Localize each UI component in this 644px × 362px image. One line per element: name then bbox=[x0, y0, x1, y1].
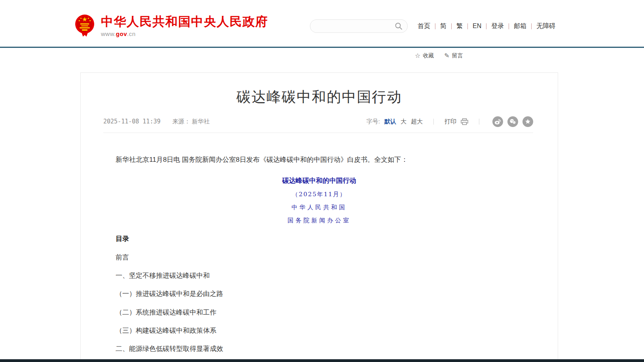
star-share-icon[interactable] bbox=[522, 116, 533, 127]
font-size-xlarge-button[interactable]: 超大 bbox=[411, 118, 423, 125]
nav-home[interactable]: 首页 bbox=[413, 22, 435, 30]
font-size-default-button[interactable]: 默认 bbox=[384, 118, 396, 125]
nav-divider bbox=[467, 23, 468, 29]
printer-icon[interactable] bbox=[461, 118, 468, 125]
meta-left: 2025-11-08 11:39 来源： 新华社 bbox=[103, 118, 210, 125]
article-meta-row: 2025-11-08 11:39 来源： 新华社 字号: 默认 大 超大 打印 bbox=[103, 116, 533, 127]
meta-separator bbox=[103, 133, 533, 133]
nav-accessibility[interactable]: 无障碍 bbox=[532, 22, 560, 30]
site-logo[interactable]: 中华人民共和国中央人民政府 www.gov.cn bbox=[74, 14, 268, 38]
toc-heading: 目录 bbox=[116, 234, 523, 243]
toc-item: （二）系统推进碳达峰碳中和工作 bbox=[116, 309, 523, 317]
comment-label: 留言 bbox=[452, 52, 463, 59]
star-outline-icon: ☆ bbox=[415, 52, 420, 59]
toc-item: （三）构建碳达峰碳中和政策体系 bbox=[116, 327, 523, 335]
url-www: www. bbox=[101, 30, 116, 37]
toc-item: （一）推进碳达峰碳中和是必由之路 bbox=[116, 290, 523, 298]
nav-login[interactable]: 登录 bbox=[486, 22, 509, 30]
comment-button[interactable]: ✎ 留言 bbox=[444, 52, 463, 59]
toc-item: 二、能源绿色低碳转型取得显著成效 bbox=[116, 345, 523, 353]
meta-divider bbox=[433, 119, 434, 125]
favorite-button[interactable]: ☆ 收藏 bbox=[415, 52, 434, 59]
nav-simplified[interactable]: 简 bbox=[435, 22, 451, 30]
nav-divider bbox=[531, 23, 532, 29]
meta-divider bbox=[479, 119, 479, 125]
nav-mail[interactable]: 邮箱 bbox=[509, 22, 531, 30]
page: 中华人民共和国中央人民政府 www.gov.cn 首页 简 繁 EN 登录 邮箱… bbox=[0, 0, 644, 362]
toc-item: 前言 bbox=[116, 254, 523, 262]
page-actions: ☆ 收藏 ✎ 留言 bbox=[415, 52, 463, 59]
document-org-line2: 国务院新闻办公室 bbox=[116, 217, 523, 224]
intro-paragraph: 新华社北京11月8日电 国务院新闻办公室8日发布《碳达峰碳中和的中国行动》白皮书… bbox=[116, 155, 523, 165]
header-divider-line bbox=[0, 47, 644, 48]
site-header: 中华人民共和国中央人民政府 www.gov.cn 首页 简 繁 EN 登录 邮箱… bbox=[0, 0, 644, 47]
nav-divider bbox=[509, 23, 509, 29]
publish-date: 2025-11-08 11:39 bbox=[103, 118, 161, 125]
print-button[interactable]: 打印 bbox=[445, 118, 456, 125]
source-value[interactable]: 新华社 bbox=[192, 118, 210, 125]
national-emblem-icon bbox=[74, 14, 95, 38]
document-date: （2025年11月） bbox=[116, 191, 523, 198]
source-label: 来源： bbox=[173, 118, 190, 125]
wechat-icon[interactable] bbox=[507, 116, 518, 127]
bottom-footer-edge bbox=[0, 359, 644, 362]
toc-item: 一、坚定不移推进碳达峰碳中和 bbox=[116, 272, 523, 280]
nav-divider bbox=[435, 23, 435, 29]
font-size-label: 字号: bbox=[367, 118, 380, 125]
share-icons bbox=[492, 116, 533, 127]
document-heading: 碳达峰碳中和的中国行动 （2025年11月） 中华人民共和国 国务院新闻办公室 bbox=[116, 176, 523, 224]
site-title-block: 中华人民共和国中央人民政府 www.gov.cn bbox=[101, 15, 268, 37]
site-url: www.gov.cn bbox=[101, 30, 268, 37]
site-title: 中华人民共和国中央人民政府 bbox=[101, 15, 268, 28]
url-gov: gov bbox=[116, 30, 127, 37]
font-size-large-button[interactable]: 大 bbox=[401, 118, 407, 125]
pencil-icon: ✎ bbox=[444, 52, 449, 59]
nav-traditional[interactable]: 繁 bbox=[452, 22, 467, 30]
search-input[interactable] bbox=[315, 23, 395, 29]
search-icon[interactable] bbox=[395, 22, 403, 30]
weibo-icon[interactable] bbox=[492, 116, 503, 127]
nav-divider bbox=[486, 23, 486, 29]
meta-right: 字号: 默认 大 超大 打印 bbox=[367, 116, 533, 127]
document-title: 碳达峰碳中和的中国行动 bbox=[116, 176, 523, 185]
article-body: 新华社北京11月8日电 国务院新闻办公室8日发布《碳达峰碳中和的中国行动》白皮书… bbox=[116, 155, 523, 362]
nav-english[interactable]: EN bbox=[468, 23, 486, 30]
article-title: 碳达峰碳中和的中国行动 bbox=[89, 87, 550, 107]
nav-divider bbox=[451, 23, 452, 29]
source-block: 来源： 新华社 bbox=[173, 118, 210, 125]
search-box[interactable] bbox=[310, 19, 408, 33]
url-cn: .cn bbox=[127, 30, 136, 37]
article-card: 碳达峰碳中和的中国行动 2025-11-08 11:39 来源： 新华社 字号:… bbox=[80, 72, 558, 362]
document-org-line1: 中华人民共和国 bbox=[116, 204, 523, 211]
top-nav: 首页 简 繁 EN 登录 邮箱 无障碍 bbox=[413, 20, 560, 32]
favorite-label: 收藏 bbox=[423, 52, 434, 59]
